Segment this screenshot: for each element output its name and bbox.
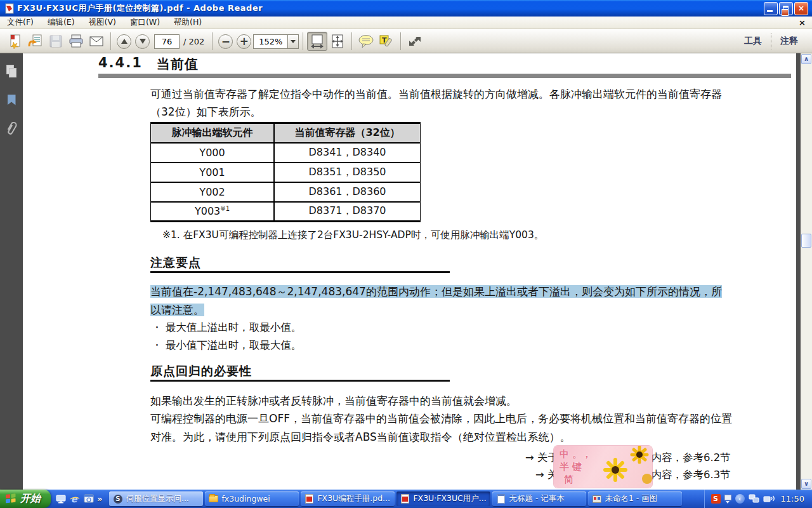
- previous-page-button[interactable]: [117, 34, 131, 49]
- browser-button[interactable]: [83, 493, 94, 504]
- start-button[interactable]: 开始: [0, 490, 51, 508]
- collapse-tray-icon[interactable]: ‹: [735, 494, 745, 504]
- highlight-text-button[interactable]: T: [376, 32, 396, 51]
- table-header-cell: 当前值寄存器（32位）: [274, 123, 420, 143]
- comment-bubble-icon: [358, 34, 374, 48]
- toolbar-divider: [351, 32, 352, 50]
- show-desktop-icon: [56, 495, 66, 504]
- system-tray: S ‹ 11:50: [704, 490, 812, 508]
- ime-status-panel[interactable]: 中 。， 半 键 简: [554, 446, 652, 488]
- toolbar: / 202 − + 152%: [0, 29, 812, 53]
- notice-rule: [150, 271, 450, 273]
- scroll-down-button[interactable]: ∨: [801, 479, 811, 489]
- fit-page-button[interactable]: [327, 32, 348, 51]
- email-icon: [89, 35, 104, 48]
- scroll-up-button[interactable]: ∧: [801, 54, 811, 64]
- pdf-file-icon: [304, 494, 314, 504]
- wireless-network-icon[interactable]: [763, 494, 775, 504]
- ime-width-label: 半 键: [560, 461, 582, 473]
- origin-paragraph-1: 如果输出发生的正转脉冲或者反转脉冲，当前值寄存器中的当前值就会增减。: [150, 392, 759, 410]
- bookmarks-button[interactable]: [0, 87, 23, 112]
- fit-width-icon: [310, 34, 324, 49]
- fullscreen-button[interactable]: [405, 32, 425, 51]
- pdf-page[interactable]: 4.4.1 当前值 可通过当前值寄存器了解定位指令中动作的当前值。当前值根据旋转…: [23, 53, 796, 490]
- language-bar-icon[interactable]: [724, 495, 731, 504]
- menu-bar: 文件(F) 编辑(E) 视图(V) 窗口(W) 帮助(H) ×: [0, 17, 812, 29]
- menu-file[interactable]: 文件(F): [0, 16, 41, 29]
- toolbar-divider: [110, 32, 111, 50]
- bullet-item: ・ 最大值上溢出时，取最小值。: [152, 319, 301, 337]
- task-button-pdf-manual[interactable]: FX3U编程手册.pd...: [301, 491, 395, 506]
- zoom-in-button[interactable]: +: [237, 34, 251, 49]
- notice-heading: 注意要点: [150, 255, 201, 271]
- page-number-input[interactable]: [154, 34, 180, 49]
- internet-explorer-button[interactable]: e: [69, 493, 80, 504]
- page-thumbnails-button[interactable]: [0, 58, 23, 84]
- page-edge-shadow: [796, 53, 801, 490]
- menu-window[interactable]: 窗口(W): [123, 16, 167, 29]
- section-heading: 4.4.1 当前值: [98, 55, 199, 73]
- notice-paragraph: 当前值在-2,147,483,648～2,147,483,647的范围内动作；但…: [150, 283, 726, 319]
- close-button[interactable]: ×: [794, 2, 808, 15]
- bookmark-icon: [8, 95, 16, 105]
- notepad-icon: [496, 494, 506, 504]
- table-header-row: 脉冲输出端软元件 当前值寄存器（32位）: [151, 123, 421, 143]
- table-footnote: ※1. 在FX3U可编程控制器上连接了2台FX3U-2HSY-ADP时，可使用脉…: [162, 229, 544, 242]
- table-cell: D8361，D8360: [274, 182, 420, 202]
- menubar-close-icon[interactable]: ×: [799, 18, 806, 27]
- highlight-text-icon: T: [378, 34, 395, 48]
- next-page-button[interactable]: [135, 34, 150, 49]
- origin-heading: 原点回归的必要性: [150, 363, 252, 380]
- minimize-button[interactable]: [764, 2, 778, 15]
- task-button-folder[interactable]: fx3udingwei: [205, 491, 299, 506]
- internet-explorer-icon: e: [70, 494, 80, 504]
- section-title: 当前值: [157, 55, 199, 73]
- zoom-dropdown-button[interactable]: [287, 34, 299, 49]
- table-cell: D8371，D8370: [274, 202, 420, 222]
- network-icon[interactable]: [749, 494, 759, 504]
- section-number: 4.4.1: [98, 55, 143, 73]
- quick-launch-bar: e »: [51, 493, 107, 504]
- paint-icon: [592, 494, 601, 504]
- scrollbar-thumb[interactable]: [801, 234, 811, 248]
- zoom-out-button[interactable]: −: [218, 34, 233, 49]
- save-button[interactable]: [46, 32, 66, 51]
- create-pdf-button[interactable]: [5, 32, 25, 51]
- reference-suffix: 内容，参考6.2节: [652, 451, 731, 464]
- table-cell: D8351，D8350: [274, 163, 420, 182]
- task-button-paint[interactable]: 未命名1 - 画图: [588, 491, 682, 506]
- create-pdf-icon: [8, 34, 22, 49]
- bullet-item: ・ 最小值下溢出时，取最大值。: [152, 337, 301, 354]
- menu-help[interactable]: 帮助(H): [167, 16, 209, 29]
- show-desktop-button[interactable]: [55, 493, 66, 504]
- chevron-down-icon: [291, 40, 296, 43]
- open-file-button[interactable]: [25, 32, 46, 51]
- print-icon: [69, 34, 84, 49]
- print-button[interactable]: [66, 32, 86, 51]
- page-thumbnails-icon: [6, 65, 16, 77]
- toolbar-divider: [212, 32, 213, 50]
- attachments-button[interactable]: [0, 116, 23, 142]
- task-button-servo-page[interactable]: S 伺服位置显示问...: [109, 491, 203, 506]
- page-up-icon: [121, 39, 128, 44]
- task-button-notepad[interactable]: 无标题 - 记事本: [492, 491, 586, 506]
- tools-panel-button[interactable]: 工具: [735, 33, 771, 50]
- menu-edit[interactable]: 编辑(E): [41, 16, 82, 29]
- email-button[interactable]: [86, 32, 107, 51]
- task-button-current-pdf[interactable]: FX3U·FX3UC用户...: [396, 491, 490, 506]
- fit-width-button[interactable]: [307, 32, 327, 51]
- ime-mode-label: 中 。，: [560, 448, 591, 460]
- scroll-up-icon: ∧: [804, 56, 809, 62]
- fullscreen-icon: [408, 34, 422, 48]
- restore-button[interactable]: [779, 2, 793, 15]
- fit-page-icon: [331, 34, 344, 49]
- vertical-scrollbar[interactable]: ∧ ∨: [801, 53, 812, 490]
- comment-panel-button[interactable]: 注释: [771, 33, 807, 50]
- menu-view[interactable]: 视图(V): [82, 16, 123, 29]
- title-bar: FX3U·FX3UC用户手册(定位控制篇).pdf - Adobe Reader…: [0, 0, 812, 17]
- adobe-pdf-app-icon: [4, 3, 15, 14]
- quick-launch-more-button[interactable]: »: [97, 494, 102, 504]
- comment-bubble-button[interactable]: [356, 32, 376, 51]
- sogou-tray-icon[interactable]: S: [711, 494, 721, 504]
- zoom-level-value[interactable]: 152%: [253, 34, 287, 49]
